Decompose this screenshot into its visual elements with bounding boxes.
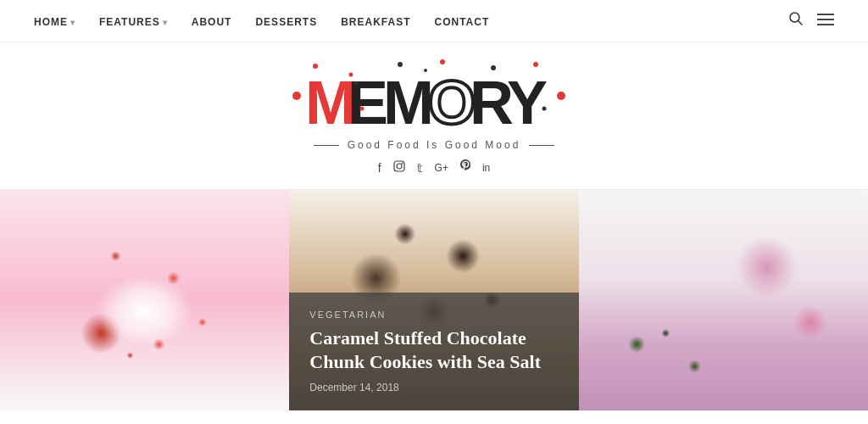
svg-text:Y: Y <box>507 69 548 134</box>
facebook-link[interactable]: f <box>378 161 381 175</box>
tagline-left-line <box>314 145 339 146</box>
svg-point-8 <box>349 73 353 77</box>
search-button[interactable] <box>788 11 804 31</box>
svg-line-1 <box>798 21 803 25</box>
post-date: December 14, 2018 <box>309 382 558 393</box>
grid-col-left[interactable] <box>0 190 289 410</box>
svg-point-18 <box>491 65 496 70</box>
svg-point-25 <box>401 163 403 165</box>
googleplus-link[interactable]: G+ <box>435 162 448 174</box>
svg-point-16 <box>398 62 403 67</box>
grid-col-right[interactable] <box>579 190 868 410</box>
post-overlay[interactable]: VEGETARIAN Caramel Stuffed Chocolate Chu… <box>289 293 578 410</box>
nav-item-features[interactable]: FEATURES▾ <box>99 14 168 29</box>
svg-text:E: E <box>348 69 388 134</box>
chevron-down-icon: ▾ <box>70 18 75 27</box>
pinterest-icon <box>460 159 470 173</box>
linkedin-link[interactable]: in <box>482 162 490 174</box>
nav-item-contact[interactable]: CONTACT <box>434 14 489 29</box>
site-logo: M E M O R Y <box>290 58 578 134</box>
nav-link-desserts[interactable]: DESSERTS <box>255 16 317 28</box>
nav-link-breakfast[interactable]: BREAKFAST <box>341 16 410 28</box>
search-icon <box>788 11 804 26</box>
social-icons: f 𝕥 G+ in <box>378 159 491 176</box>
tagline-right-line <box>529 145 554 146</box>
svg-point-22 <box>542 107 547 111</box>
pinterest-link[interactable] <box>460 159 470 176</box>
nav-links: HOME▾ FEATURES▾ ABOUT DESSERTS BREAKFAST <box>34 14 489 29</box>
svg-point-20 <box>360 107 364 111</box>
hamburger-icon <box>817 14 834 25</box>
svg-point-17 <box>440 59 445 64</box>
svg-point-24 <box>397 164 402 169</box>
tagline-text: Good Food Is Good Mood <box>348 139 521 151</box>
nav-link-about[interactable]: ABOUT <box>192 16 232 28</box>
nav-item-breakfast[interactable]: BREAKFAST <box>341 14 410 29</box>
svg-point-5 <box>292 92 301 100</box>
instagram-link[interactable] <box>393 160 405 175</box>
grid-col-mid[interactable]: VEGETARIAN Caramel Stuffed Chocolate Chu… <box>289 190 578 410</box>
nav-item-home[interactable]: HOME▾ <box>34 14 75 29</box>
nav-link-features[interactable]: FEATURES▾ <box>99 16 168 28</box>
image-grid: VEGETARIAN Caramel Stuffed Chocolate Chu… <box>0 190 868 410</box>
post-category: VEGETARIAN <box>309 310 558 320</box>
twitter-link[interactable]: 𝕥 <box>417 161 423 175</box>
raspberry-cake-image <box>0 190 289 410</box>
nav-link-home[interactable]: HOME▾ <box>34 16 75 28</box>
site-tagline: Good Food Is Good Mood <box>314 139 555 151</box>
svg-point-15 <box>313 64 318 69</box>
svg-point-9 <box>354 81 358 85</box>
nav-item-about[interactable]: ABOUT <box>192 14 232 29</box>
drinks-image <box>579 190 868 410</box>
site-header: M E M O R Y Good Food Is Good Mood f <box>0 42 868 190</box>
chevron-down-icon: ▾ <box>163 18 168 27</box>
nav-item-desserts[interactable]: DESSERTS <box>255 14 317 29</box>
svg-point-14 <box>557 92 565 100</box>
menu-button[interactable] <box>817 12 834 30</box>
svg-text:M: M <box>383 69 434 134</box>
main-nav: HOME▾ FEATURES▾ ABOUT DESSERTS BREAKFAST <box>0 0 868 42</box>
post-title: Caramel Stuffed Chocolate Chunk Cookies … <box>309 326 558 375</box>
svg-text:O: O <box>428 69 476 134</box>
svg-point-21 <box>424 69 427 72</box>
nav-icons <box>788 11 834 31</box>
instagram-icon <box>393 160 405 172</box>
nav-link-contact[interactable]: CONTACT <box>434 16 489 28</box>
svg-point-19 <box>533 62 538 67</box>
